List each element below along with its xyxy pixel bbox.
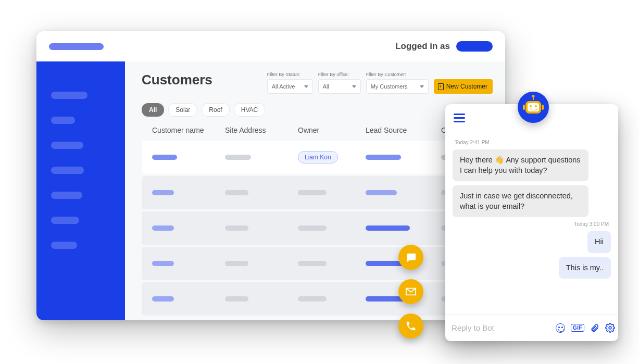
new-document-icon [438,83,444,90]
col-customer-name: Customer name [152,126,225,134]
settings-icon[interactable] [605,323,615,333]
filter-customer-select[interactable]: My Customers [366,79,429,94]
chevron-down-icon [420,85,424,88]
chevron-down-icon [352,85,356,88]
tab-hvac[interactable]: HVAC [234,103,265,117]
bot-message: Just in case we get disconnected, what i… [453,185,588,217]
chat-body: Today 2:41 PM Hey there 👋 Any support qu… [445,132,618,314]
user-message: This is my.. [559,257,611,279]
hamburger-icon[interactable] [454,114,465,122]
emoji-icon[interactable] [556,323,565,333]
new-customer-label: New Customer [446,83,487,90]
sidebar-item[interactable] [51,242,77,249]
sidebar-item[interactable] [51,142,83,149]
attachment-icon[interactable] [590,323,599,333]
phone-fab[interactable] [398,313,423,338]
sidebar-item[interactable] [51,92,87,99]
user-message: Hii [587,231,611,253]
chat-reply-input[interactable] [452,323,550,332]
login-status: Logged in as [395,41,493,52]
filters-row: Filter By Status: All Active Filter By o… [267,72,493,94]
wave-icon: 👋 [495,155,504,166]
envelope-icon [405,286,417,297]
sidebar [36,61,125,320]
email-fab[interactable] [398,279,423,304]
owner-chip[interactable]: Liam Kon [298,151,338,164]
svg-point-0 [609,327,611,329]
sidebar-item[interactable] [51,192,82,199]
col-owner: Owner [298,126,366,134]
chat-timestamp-user: Today 3:00 PM [574,221,609,227]
filter-office-value: All [323,83,329,90]
logged-in-label: Logged in as [395,41,450,52]
tab-all[interactable]: All [142,103,164,117]
filter-customer-label: Filter By Customer: [366,72,429,77]
chat-widget: Today 2:41 PM Hey there 👋 Any support qu… [445,104,618,341]
filter-status-label: Filter By Status: [267,72,313,77]
new-customer-button[interactable]: New Customer [434,79,493,94]
topbar: Logged in as [36,31,505,61]
sidebar-item[interactable] [51,117,75,124]
col-lead-source: Lead Source [366,126,441,134]
filter-status-select[interactable]: All Active [267,79,313,94]
chat-bubble-icon [405,252,417,263]
tab-roof[interactable]: Roof [202,103,229,117]
user-pill[interactable] [456,41,493,52]
bot-message: Hey there 👋 Any support questions I can … [453,149,588,181]
gif-icon[interactable]: GIF [571,324,584,332]
filter-customer-value: My Customers [371,83,408,90]
page-title: Customers [142,72,212,88]
sidebar-item[interactable] [51,217,79,224]
tab-solar[interactable]: Solar [168,103,197,117]
filter-status-value: All Active [272,83,295,90]
logo [49,43,104,50]
bot-avatar[interactable] [518,92,549,123]
filter-office-label: Filter By office: [318,72,361,77]
chevron-down-icon [304,85,308,88]
col-site-address: Site Address [225,126,298,134]
chat-timestamp-bot: Today 2:41 PM [455,140,490,145]
phone-icon [405,320,417,332]
filter-office-select[interactable]: All [318,79,361,94]
chat-fab[interactable] [398,245,423,270]
app-window: Logged in as Customers Filter By Status:… [36,31,505,320]
fab-stack [398,245,423,338]
sidebar-item[interactable] [51,167,84,174]
robot-icon [525,101,541,114]
chat-input-bar: GIF [445,314,618,341]
